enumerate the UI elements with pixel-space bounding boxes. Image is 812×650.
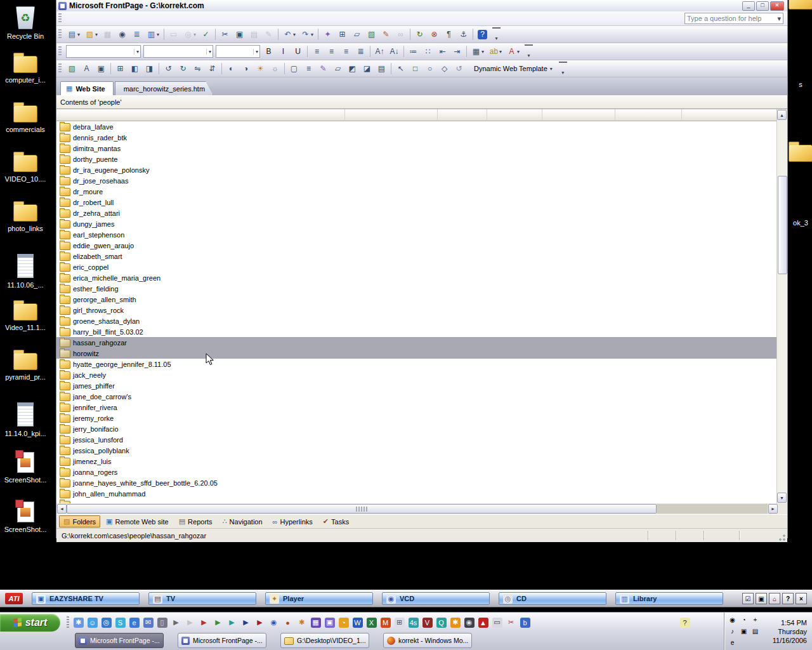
text-icon[interactable]: A▾ — [80, 62, 93, 76]
file-row[interactable]: dorthy_puente — [56, 154, 778, 164]
toolbar-separator[interactable]: ▾ — [278, 29, 278, 40]
send-backward-icon[interactable]: ◨▾ — [143, 62, 156, 76]
ql-shield-v-icon[interactable]: V — [422, 617, 433, 628]
ql-messenger-icon[interactable]: ☺ — [87, 617, 98, 628]
file-row[interactable]: james_phiffer — [56, 380, 778, 391]
ql-4s-icon[interactable]: 4s — [408, 617, 419, 628]
menu-insert[interactable] — [95, 17, 105, 20]
toolbar-separator[interactable]: ▾ — [284, 63, 285, 74]
select-icon[interactable]: ↖▾ — [394, 62, 407, 76]
font-size-up-icon[interactable]: A↑▾ — [373, 44, 386, 58]
resize-grip[interactable] — [777, 533, 786, 541]
scroll-up-icon[interactable]: ▲ — [777, 110, 787, 120]
file-row[interactable]: jimenez_luis — [56, 456, 778, 467]
file-row[interactable]: esther_fielding — [56, 283, 778, 294]
undo-icon[interactable]: ↶▾ — [281, 27, 298, 41]
format-painter-icon[interactable]: ✎▾ — [262, 27, 275, 41]
column-header[interactable] — [615, 109, 682, 121]
menu-frames[interactable] — [146, 17, 156, 20]
new-folder-icon[interactable] — [761, 97, 770, 107]
desktop-icon-pyramid-pr[interactable]: pyramid_pr... — [0, 350, 51, 395]
minimize-button[interactable]: _ — [742, 1, 755, 11]
horizontal-scroll-thumb[interactable] — [67, 504, 657, 514]
more-contrast-icon[interactable]: ◐▾ — [225, 62, 238, 76]
font-size-down-icon[interactable]: A↓▾ — [388, 44, 401, 58]
toolbar-options-icon[interactable]: ▾ — [525, 44, 533, 58]
file-row[interactable]: elizabeth_smart — [56, 251, 778, 262]
tab-marc-horowitz-series[interactable]: marc_horowitz_series.htm — [115, 81, 213, 95]
bevel-icon[interactable]: ◪▾ — [360, 62, 374, 76]
refresh-icon[interactable]: ↻▾ — [413, 27, 426, 41]
style-combo[interactable]: ▾ — [66, 45, 141, 58]
desktop-icon-recycle-bin[interactable]: Recycle Bin — [0, 4, 51, 48]
insert-picture-from-file-icon[interactable]: ▧▾ — [65, 62, 79, 76]
desktop-icon-11-14-0-kpi[interactable]: 11.14.0_kpi... — [0, 400, 51, 444]
file-row[interactable]: john_allen_muhammad — [56, 488, 778, 499]
file-row[interactable]: hyatte_george_jennifer_8.11.05 — [56, 359, 778, 369]
toolbar-separator[interactable]: ▾ — [307, 46, 308, 57]
cut-icon[interactable]: ✂▾ — [218, 27, 232, 41]
file-row[interactable]: earl_stephenson — [56, 229, 778, 240]
spelling-icon[interactable]: ✓▾ — [199, 27, 213, 41]
ql-play-green-icon[interactable]: ▶ — [213, 617, 223, 628]
menu-window[interactable] — [156, 17, 166, 20]
file-row[interactable]: joanne_hayes_white_sffd_beer_bottle_6.20… — [56, 477, 778, 488]
highlight-icon[interactable]: ab▾ — [487, 44, 504, 58]
less-brightness-icon[interactable]: ☼▾ — [268, 62, 282, 76]
bullet-list-icon[interactable]: ∷▾ — [421, 44, 435, 58]
font-combo[interactable]: ▾ — [143, 45, 213, 58]
bold-button[interactable]: B▾ — [262, 44, 275, 58]
circle-icon[interactable]: ○▾ — [423, 62, 436, 76]
file-row[interactable]: harry_bill_flint_5.03.02 — [56, 326, 778, 337]
ati-pin-icon[interactable]: ☑ — [742, 593, 754, 604]
file-row[interactable]: dungy_james — [56, 218, 778, 229]
file-row[interactable]: girl_throws_rock — [56, 305, 778, 315]
ql-paint-icon[interactable]: ✱ — [296, 617, 307, 628]
task-frontpage-2[interactable]: Microsoft FrontPage -... — [178, 633, 266, 648]
restore-button[interactable]: □ — [756, 1, 769, 11]
save-icon[interactable]: ▦▾ — [101, 27, 114, 41]
file-row[interactable]: dimitra_mantas — [56, 143, 778, 154]
font-size-combo[interactable]: ▾ — [216, 45, 260, 58]
ql-b-swirl-icon[interactable]: b — [520, 617, 530, 628]
toolbar-separator[interactable]: ▾ — [159, 63, 159, 74]
polygon-icon[interactable]: ◇▾ — [438, 62, 451, 76]
menu-format[interactable] — [105, 17, 115, 20]
vcd-button[interactable]: ◉ VCD — [382, 592, 490, 605]
ql-play-gray-icon[interactable]: ▶ — [171, 617, 181, 628]
scroll-down-icon[interactable]: ▼ — [777, 493, 787, 503]
rotate-right-icon[interactable]: ↻▾ — [176, 62, 190, 76]
view-tab-hyperlinks[interactable]: ∞ Hyperlinks — [268, 515, 317, 527]
ql-media-m-icon[interactable]: M — [380, 617, 391, 628]
ql-scissors-icon[interactable]: ✂ — [506, 617, 516, 628]
file-row[interactable]: jessica_pollyblank — [56, 445, 778, 456]
format-picture-icon[interactable]: ✎▾ — [317, 62, 330, 76]
view-tab-folders[interactable]: ▨ Folders — [59, 515, 100, 527]
ql-printer-icon[interactable]: ▭ — [492, 617, 502, 628]
toolbar-separator[interactable]: ▾ — [221, 63, 222, 74]
set-transparent-color-icon[interactable]: ▱▾ — [331, 62, 344, 76]
toolbar-options-icon[interactable]: ▾ — [559, 62, 567, 76]
toolbar-separator[interactable]: ▾ — [110, 63, 111, 74]
more-brightness-icon[interactable]: ☀▾ — [254, 62, 267, 76]
ql-play-red-icon[interactable]: ▶ — [199, 617, 209, 628]
file-row[interactable]: gerorge_allen_smith — [56, 294, 778, 305]
column-header[interactable] — [487, 109, 542, 121]
column-header[interactable] — [682, 109, 778, 121]
tab-web-site[interactable]: ▦ Web Site — [60, 81, 114, 95]
file-row[interactable]: dr_ira_eugene_polonsky — [56, 164, 778, 175]
desktop-icon-commercials[interactable]: commercials — [0, 103, 51, 147]
auto-thumbnail-icon[interactable]: ▣▾ — [95, 62, 108, 76]
ql-netmeeting-icon[interactable]: ◎ — [101, 617, 112, 628]
cd-button[interactable]: ◎ CD — [499, 592, 606, 605]
tv-button[interactable]: ▤ TV — [148, 592, 256, 605]
quick-launch-grip[interactable] — [67, 616, 69, 629]
file-row[interactable]: jack_neely — [56, 369, 778, 380]
rectangle-icon[interactable]: □▾ — [409, 62, 422, 76]
file-row[interactable]: jeremy_rorke — [56, 413, 778, 423]
find-icon[interactable]: ◉▾ — [115, 27, 129, 41]
toolbar-separator[interactable]: ▾ — [215, 29, 216, 40]
view-tab-navigation[interactable]: ∴ Navigation — [218, 515, 267, 527]
ati-home-icon[interactable]: ⌂ — [769, 593, 780, 604]
menu-tools[interactable] — [115, 17, 126, 20]
